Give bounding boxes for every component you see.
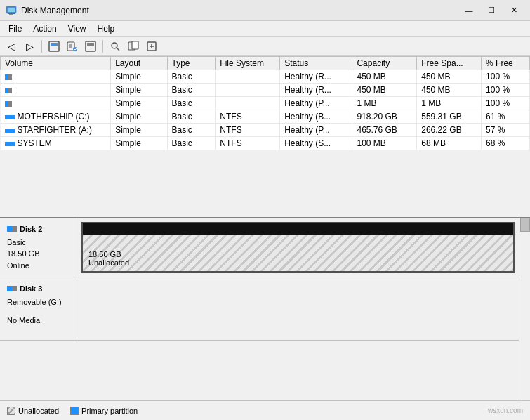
disk-visual-area[interactable]: Disk 2 Basic 18.50 GB Online 18.50 GB Un… — [0, 218, 530, 420]
cell-layout: Simple — [111, 84, 167, 97]
cell-filesystem: NTFS — [216, 124, 280, 137]
cell-status: Healthy (R... — [280, 84, 352, 97]
toolbar-separator-1 — [41, 40, 42, 53]
toolbar-btn-6[interactable] — [143, 39, 160, 54]
unallocated-size: 18.50 GB — [88, 250, 508, 258]
cell-volume: STARFIGHTER (A:) — [1, 124, 111, 137]
disk-2-partitions: 18.50 GB Unallocated — [77, 218, 519, 277]
table-row[interactable]: STARFIGHTER (A:)SimpleBasicNTFSHealthy (… — [1, 124, 530, 137]
menu-file[interactable]: File — [3, 22, 27, 35]
disk-table: Volume Layout Type File System Status Ca… — [0, 56, 530, 150]
legend-primary: Primary partition — [70, 407, 138, 415]
disk-3-row: Disk 3 Removable (G:) No Media — [0, 277, 519, 341]
table-row[interactable]: SYSTEMSimpleBasicNTFSHealthy (S...100 MB… — [1, 137, 530, 150]
cell-percentfree: 57 % — [482, 124, 530, 137]
cell-capacity: 450 MB — [352, 84, 417, 97]
window-controls: — ☐ ✕ — [458, 4, 524, 18]
forward-button[interactable]: ▷ — [21, 39, 38, 54]
maximize-button[interactable]: ☐ — [481, 4, 502, 18]
menu-bar: File Action View Help — [0, 21, 530, 37]
cell-filesystem — [216, 70, 280, 84]
window-title: Disk Management — [21, 6, 458, 15]
minimize-button[interactable]: — — [458, 4, 479, 18]
legend-unallocated-icon — [7, 407, 15, 415]
legend-unallocated: Unallocated — [7, 407, 59, 415]
cell-volume: MOTHERSHIP (C:) — [1, 110, 111, 124]
cell-filesystem: NTFS — [216, 110, 280, 124]
cell-capacity: 465.76 GB — [352, 124, 417, 137]
cell-status: Healthy (P... — [280, 97, 352, 110]
svg-rect-2 — [9, 14, 13, 15]
toolbar-separator-2 — [102, 40, 103, 53]
disk-table-area[interactable]: Volume Layout Type File System Status Ca… — [0, 56, 530, 218]
table-header-row: Volume Layout Type File System Status Ca… — [1, 57, 530, 70]
cell-volume — [1, 84, 111, 97]
toolbar-btn-2[interactable] — [64, 39, 81, 54]
col-capacity: Capacity — [352, 57, 417, 70]
cell-layout: Simple — [111, 70, 167, 84]
vertical-scrollbar[interactable] — [519, 218, 530, 400]
cell-status: Healthy (S... — [280, 137, 352, 150]
col-freespace: Free Spa... — [417, 57, 482, 70]
cell-type: Basic — [167, 97, 216, 110]
unallocated-label: Unallocated — [88, 258, 508, 267]
cell-filesystem: NTFS — [216, 137, 280, 150]
cell-percentfree: 100 % — [482, 97, 530, 110]
menu-help[interactable]: Help — [92, 22, 121, 35]
legend-primary-icon — [70, 407, 79, 415]
cell-freespace: 1 MB — [417, 97, 482, 110]
app-icon — [6, 5, 17, 16]
disk-3-label: Disk 3 Removable (G:) No Media — [0, 277, 77, 340]
cell-status: Healthy (B... — [280, 110, 352, 124]
cell-layout: Simple — [111, 137, 167, 150]
toolbar-btn-3[interactable] — [82, 39, 99, 54]
table-row[interactable]: SimpleBasicHealthy (R...450 MB450 MB100 … — [1, 70, 530, 84]
disk-2-label: Disk 2 Basic 18.50 GB Online — [0, 218, 77, 277]
svg-rect-9 — [87, 43, 94, 46]
cell-percentfree: 100 % — [482, 70, 530, 84]
disk-3-icon — [7, 286, 17, 291]
col-percentfree: % Free — [482, 57, 530, 70]
title-bar: Disk Management — ☐ ✕ — [0, 0, 530, 21]
cell-type: Basic — [167, 110, 216, 124]
cell-filesystem — [216, 84, 280, 97]
cell-type: Basic — [167, 124, 216, 137]
table-row[interactable]: SimpleBasicHealthy (P...1 MB1 MB100 % — [1, 97, 530, 110]
cell-filesystem — [216, 97, 280, 110]
close-button[interactable]: ✕ — [503, 4, 524, 18]
cell-status: Healthy (R... — [280, 70, 352, 84]
volume-icon — [5, 74, 12, 80]
cell-type: Basic — [167, 137, 216, 150]
cell-type: Basic — [167, 84, 216, 97]
volume-icon — [5, 129, 15, 133]
cell-layout: Simple — [111, 110, 167, 124]
col-volume: Volume — [1, 57, 111, 70]
svg-line-11 — [117, 48, 119, 51]
cell-freespace: 68 MB — [417, 137, 482, 150]
menu-view[interactable]: View — [62, 22, 92, 35]
toolbar-btn-1[interactable] — [46, 39, 62, 54]
back-button[interactable]: ◁ — [3, 39, 20, 54]
toolbar-btn-5[interactable] — [125, 39, 142, 54]
table-row[interactable]: MOTHERSHIP (C:)SimpleBasicNTFSHealthy (B… — [1, 110, 530, 124]
cell-percentfree: 68 % — [482, 137, 530, 150]
table-row[interactable]: SimpleBasicHealthy (R...450 MB450 MB100 … — [1, 84, 530, 97]
disk-2-icon — [7, 226, 17, 232]
cell-capacity: 1 MB — [352, 97, 417, 110]
cell-layout: Simple — [111, 124, 167, 137]
cell-layout: Simple — [111, 97, 167, 110]
svg-rect-1 — [8, 8, 15, 12]
volume-icon — [5, 101, 12, 107]
disk-2-name: Disk 2 — [7, 223, 69, 235]
disk-3-partitions — [77, 277, 519, 340]
legend-bar: Unallocated Primary partition wsxdn.com — [0, 400, 530, 420]
cell-status: Healthy (P... — [280, 124, 352, 137]
menu-action[interactable]: Action — [27, 22, 62, 35]
svg-rect-5 — [51, 43, 58, 46]
volume-icon — [5, 115, 15, 119]
toolbar-btn-4[interactable] — [107, 39, 124, 54]
col-filesystem: File System — [216, 57, 280, 70]
svg-point-10 — [112, 43, 117, 48]
cell-percentfree: 100 % — [482, 84, 530, 97]
disk-2-row: Disk 2 Basic 18.50 GB Online 18.50 GB Un… — [0, 218, 519, 277]
